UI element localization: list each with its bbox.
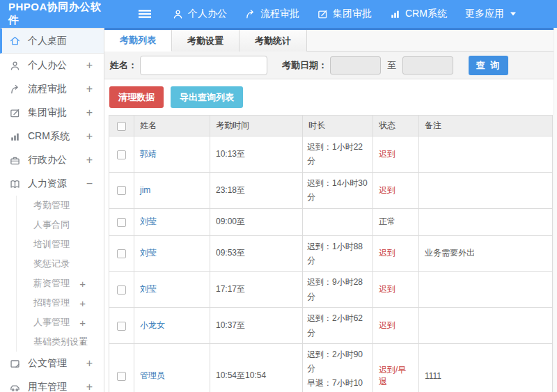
nav-crm-system[interactable]: CRM系统	[390, 8, 447, 20]
sidebar-subitem-label: 人事管理	[33, 316, 70, 329]
caret-down-icon	[510, 11, 517, 17]
row-checkbox[interactable]	[117, 249, 126, 258]
expand-toggle[interactable]: −	[86, 178, 93, 190]
row-checkbox[interactable]	[117, 322, 126, 331]
attendance-time-cell: 09:00至	[210, 208, 303, 235]
nav-personal-office[interactable]: 个人办公	[173, 8, 227, 20]
nav-label: 集团审批	[333, 8, 372, 20]
nav-label: 更多应用	[465, 8, 504, 20]
sidebar-item-label: 人力资源	[28, 178, 67, 190]
expand-toggle[interactable]: +	[86, 130, 93, 143]
employee-name-link[interactable]: 刘莹	[140, 248, 157, 258]
briefcase-icon	[10, 155, 22, 166]
column-header-status: 状态	[373, 116, 419, 136]
sidebar-item-2[interactable]: 流程审批+	[0, 77, 104, 101]
sidebar-item-7[interactable]: 公文管理+	[0, 352, 104, 375]
employee-name-link[interactable]: 郭靖	[140, 149, 157, 159]
book-icon	[10, 179, 22, 189]
table-header-row: 姓名 考勤时间 时长 状态 备注	[109, 116, 553, 136]
sidebar-item-1[interactable]: 个人办公+	[0, 54, 104, 77]
expand-toggle[interactable]: +	[86, 381, 93, 392]
row-checkbox[interactable]	[117, 372, 126, 381]
search-button[interactable]: 查 询	[469, 56, 508, 75]
sidebar-subitem-1[interactable]: 人事合同	[0, 215, 104, 235]
sidebar-subitem-label: 招聘管理	[33, 297, 70, 309]
sidebar: 个人桌面个人办公+流程审批+集团审批+CRM系统+行政办公+人力资源−考勤管理人…	[0, 28, 104, 392]
expand-toggle[interactable]: +	[86, 107, 93, 119]
tab-bar: 考勤列表 考勤设置 考勤统计	[104, 30, 557, 52]
select-all-checkbox[interactable]	[117, 122, 126, 131]
sidebar-subitem-label: 考勤管理	[33, 199, 70, 212]
table-row: 刘莹 09:00至 正常	[109, 208, 553, 235]
sidebar-subitem-5[interactable]: 招聘管理+	[0, 293, 104, 313]
sidebar-subitem-4[interactable]: 薪资管理+	[0, 274, 104, 293]
home-icon	[10, 36, 22, 46]
nav-group-approval[interactable]: 集团审批	[317, 8, 372, 20]
duration-cell: 迟到：1小时22分	[303, 136, 373, 173]
expand-toggle[interactable]: +	[86, 83, 93, 95]
nav-flow-approval[interactable]: 流程审批	[245, 8, 299, 20]
table-row: 小龙女 10:37至 迟到：2小时62分 迟到	[109, 308, 553, 344]
date-to-input[interactable]	[402, 56, 453, 75]
employee-name-link[interactable]: 管理员	[140, 370, 165, 380]
user-icon	[10, 61, 22, 71]
employee-name-link[interactable]: jim	[140, 185, 150, 195]
sidebar-item-label: 公文管理	[28, 357, 67, 370]
menu-toggle-button[interactable]	[138, 8, 152, 19]
expand-toggle[interactable]: +	[86, 357, 93, 370]
column-header-note: 备注	[419, 116, 553, 136]
row-checkbox[interactable]	[117, 285, 126, 295]
note-cell	[419, 136, 553, 173]
sidebar-item-label: CRM系统	[28, 130, 70, 143]
nav-more-apps[interactable]: 更多应用	[465, 8, 521, 20]
content-area: 清理数据 导出查询列表 姓名 考勤时间 时长 状态 备注	[104, 79, 557, 392]
sidebar-item-6[interactable]: 人力资源−	[0, 172, 104, 196]
sidebar-item-5[interactable]: 行政办公+	[0, 148, 104, 172]
row-checkbox[interactable]	[117, 150, 126, 159]
expand-toggle[interactable]: +	[79, 336, 86, 348]
note-cell: 1111	[419, 343, 553, 392]
status-cell: 迟到	[373, 235, 419, 272]
sidebar-subitem-label: 人事合同	[33, 219, 70, 231]
tab-attendance-stats[interactable]: 考勤统计	[240, 30, 307, 52]
sidebar-subitem-0[interactable]: 考勤管理	[0, 196, 104, 215]
employee-name-link[interactable]: 刘莹	[140, 284, 157, 294]
column-header-duration: 时长	[303, 116, 373, 136]
row-checkbox[interactable]	[117, 218, 126, 227]
row-checkbox[interactable]	[117, 186, 126, 195]
expand-toggle[interactable]: +	[86, 154, 93, 166]
sidebar-subitem-7[interactable]: 基础类别设置+	[0, 332, 104, 352]
employee-name-link[interactable]: 小龙女	[140, 320, 165, 330]
clean-data-button[interactable]: 清理数据	[109, 86, 164, 108]
tab-attendance-list[interactable]: 考勤列表	[104, 30, 172, 52]
note-cell	[419, 272, 553, 308]
expand-toggle[interactable]: +	[79, 278, 86, 290]
edit-icon	[10, 108, 22, 118]
export-list-button[interactable]: 导出查询列表	[171, 86, 243, 108]
status-cell: 迟到/早退	[373, 343, 419, 392]
sidebar-subitem-2[interactable]: 培训管理	[0, 235, 104, 254]
tab-attendance-settings[interactable]: 考勤设置	[172, 30, 240, 52]
flow-icon	[10, 84, 22, 95]
employee-name-link[interactable]: 刘莹	[140, 217, 157, 226]
note-cell: 业务需要外出	[419, 235, 553, 272]
attendance-time-cell: 10:54至10:54	[210, 343, 303, 392]
duration-cell: 迟到：1小时88分	[303, 235, 373, 272]
duration-cell: 迟到：2小时62分	[303, 308, 373, 344]
sidebar-subitem-6[interactable]: 人事管理+	[0, 313, 104, 332]
sidebar-item-label: 个人办公	[28, 59, 67, 72]
sidebar-item-0[interactable]: 个人桌面	[0, 28, 104, 54]
sidebar-item-label: 个人桌面	[28, 35, 67, 47]
sidebar-item-4[interactable]: CRM系统+	[0, 125, 104, 148]
expand-toggle[interactable]: +	[86, 59, 93, 72]
date-from-input[interactable]	[330, 56, 381, 75]
scrollbar-track[interactable]	[554, 28, 557, 392]
nav-label: CRM系统	[405, 8, 447, 20]
expand-toggle[interactable]: +	[79, 317, 86, 329]
sidebar-item-3[interactable]: 集团审批+	[0, 101, 104, 125]
sidebar-item-8[interactable]: 用车管理+	[0, 375, 104, 392]
sidebar-subitem-3[interactable]: 奖惩记录	[0, 254, 104, 274]
expand-toggle[interactable]: +	[79, 297, 86, 309]
name-input[interactable]	[140, 56, 267, 75]
attendance-time-cell: 17:17至	[210, 272, 303, 308]
